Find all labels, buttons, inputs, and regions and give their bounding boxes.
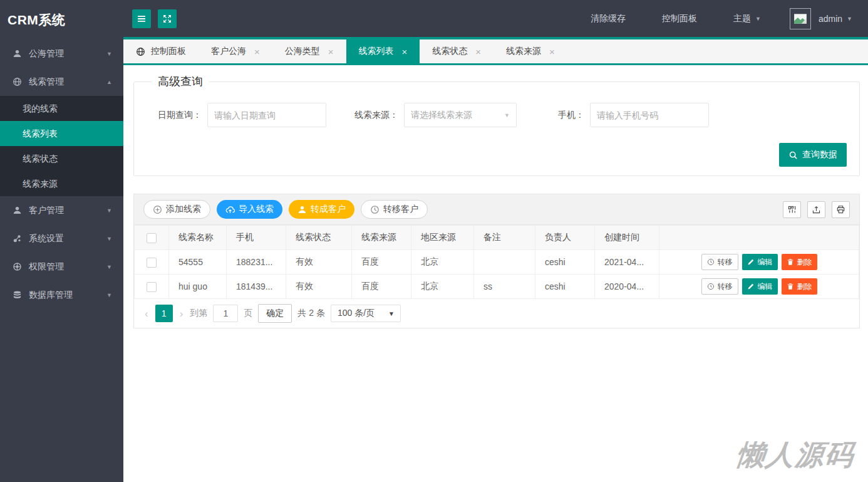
cloud-upload-icon [225, 205, 235, 214]
helm-icon [13, 262, 22, 271]
plus-icon [153, 205, 162, 214]
编辑-button[interactable]: 编辑 [742, 254, 778, 270]
table-row: 54555188231...有效百度北京ceshi2021-04...转移编辑删… [135, 250, 859, 275]
table-header-row: 线索名称手机线索状态线索来源地区来源备注负责人创建时间 [135, 226, 859, 250]
tab-1[interactable]: 客户公海× [199, 39, 272, 63]
tab-bar: 控制面板客户公海×公海类型×线索列表×线索状态×线索来源× [123, 39, 868, 65]
settings-icon [13, 234, 22, 243]
globe-icon [13, 77, 22, 86]
sidebar-subitem-3[interactable]: 线索来源 [0, 171, 123, 196]
row-checkbox[interactable] [147, 258, 157, 268]
edit-icon [747, 258, 755, 266]
action-label: 转移 [718, 257, 733, 268]
leads-table-card: 添加线索导入线索转成客户转移客户 线索名称手机线索状态线索来源地区来源备注负责人… [133, 194, 860, 328]
sidebar-item-4[interactable]: 权限管理▼ [0, 253, 123, 281]
close-icon[interactable]: × [254, 47, 260, 56]
column-header-1: 手机 [227, 226, 286, 250]
toolbar-button-label: 转成客户 [311, 204, 346, 215]
globe-icon [136, 47, 145, 56]
menu-toggle-button[interactable] [132, 9, 151, 28]
table-toolbar: 添加线索导入线索转成客户转移客户 [134, 194, 859, 225]
sidebar-item-1[interactable]: 线索管理▲ [0, 68, 123, 96]
编辑-button[interactable]: 编辑 [742, 278, 778, 295]
fullscreen-button[interactable] [158, 9, 177, 28]
print-button[interactable] [832, 201, 850, 218]
select-all-checkbox[interactable] [147, 233, 157, 243]
转移-button[interactable]: 转移 [701, 278, 738, 295]
lead-source-select[interactable]: 请选择线索来源▼ [404, 103, 517, 127]
sidebar-subitem-0[interactable]: 我的线索 [0, 96, 123, 121]
row-actions-cell: 转移编辑删除 [659, 250, 859, 275]
next-page-button[interactable]: › [178, 308, 185, 319]
action-label: 删除 [797, 281, 812, 292]
filter-columns-button[interactable] [783, 201, 801, 218]
export-icon [812, 205, 821, 214]
转移-button[interactable]: 转移 [701, 254, 738, 270]
删除-button[interactable]: 删除 [782, 254, 817, 270]
chevron-up-icon: ▲ [106, 79, 112, 85]
query-field-label: 手机： [558, 110, 584, 121]
cell-线索来源: 百度 [352, 250, 411, 275]
chevron-down-icon: ▼ [847, 16, 852, 22]
header-menu: 清除缓存控制面板主题▼ [554, 13, 761, 24]
toolbar-button-1[interactable]: 导入线索 [217, 200, 282, 219]
columns-icon [787, 205, 797, 214]
broken-image-icon [793, 12, 807, 26]
column-header-7: 创建时间 [595, 226, 659, 250]
sidebar-item-3[interactable]: 系统设置▼ [0, 224, 123, 253]
tab-4[interactable]: 线索状态× [420, 39, 493, 63]
row-checkbox[interactable] [147, 282, 157, 292]
user-icon [297, 205, 307, 214]
cell-地区来源: 北京 [411, 250, 474, 275]
close-icon[interactable]: × [328, 47, 334, 56]
table-row: hui guo181439...有效百度北京ssceshi2020-04...转… [135, 275, 859, 299]
column-header-2: 线索状态 [286, 226, 352, 250]
column-header-3: 线索来源 [352, 226, 411, 250]
prev-page-button[interactable]: ‹ [143, 308, 150, 319]
tab-5[interactable]: 线索来源× [493, 39, 567, 63]
close-icon[interactable]: × [402, 47, 408, 56]
sidebar-subitem-2[interactable]: 线索状态 [0, 146, 123, 171]
user-avatar[interactable] [790, 8, 811, 29]
tab-label: 线索来源 [506, 46, 541, 57]
sidebar-item-2[interactable]: 客户管理▼ [0, 196, 123, 224]
header-menu-item-1[interactable]: 控制面板 [662, 13, 697, 24]
user-dropdown[interactable]: admin ▼ [819, 14, 852, 24]
trash-icon [787, 283, 794, 290]
tab-label: 客户公海 [211, 46, 246, 57]
select-placeholder: 请选择线索来源 [411, 110, 472, 121]
tab-0[interactable]: 控制面板 [123, 39, 199, 63]
goto-page-input[interactable] [213, 305, 238, 322]
advanced-query-title: 高级查询 [152, 74, 209, 89]
toolbar-button-3[interactable]: 转移客户 [361, 200, 428, 219]
tab-2[interactable]: 公海类型× [272, 39, 346, 63]
export-button[interactable] [807, 201, 825, 218]
query-data-button[interactable]: 查询数据 [779, 143, 847, 167]
pagination: ‹ 1 › 到第 页 确定 共 2 条 100 条/页 ▼ [134, 299, 859, 328]
cell-线索名称: 54555 [169, 250, 227, 275]
sidebar-item-0[interactable]: 公海管理▼ [0, 39, 123, 68]
toolbar-button-2[interactable]: 转成客户 [289, 200, 354, 219]
header-menu-item-2[interactable]: 主题▼ [733, 13, 761, 24]
tab-3[interactable]: 线索列表× [346, 39, 420, 63]
toolbar-button-0[interactable]: 添加线索 [143, 200, 210, 219]
goto-confirm-button[interactable]: 确定 [258, 304, 292, 323]
column-header-5: 备注 [474, 226, 535, 250]
chevron-down-icon: ▼ [106, 51, 112, 57]
user-icon [13, 49, 22, 58]
query-input-2[interactable] [590, 103, 709, 127]
删除-button[interactable]: 删除 [782, 278, 817, 295]
page-size-select[interactable]: 100 条/页 ▼ [331, 305, 401, 322]
clock-icon [707, 283, 715, 290]
sidebar-subitem-1[interactable]: 线索列表 [0, 121, 123, 146]
close-icon[interactable]: × [549, 47, 555, 56]
query-input-0[interactable] [207, 103, 326, 127]
total-count: 共 2 条 [297, 308, 325, 319]
sidebar-item-5[interactable]: 数据库管理▼ [0, 281, 123, 309]
close-icon[interactable]: × [475, 47, 481, 56]
header-menu-item-0[interactable]: 清除缓存 [591, 13, 626, 24]
chevron-down-icon: ▼ [106, 292, 112, 298]
current-page[interactable]: 1 [155, 305, 173, 322]
header-menu-item-label: 主题 [733, 13, 751, 24]
select-caret-icon: ▼ [504, 112, 510, 118]
